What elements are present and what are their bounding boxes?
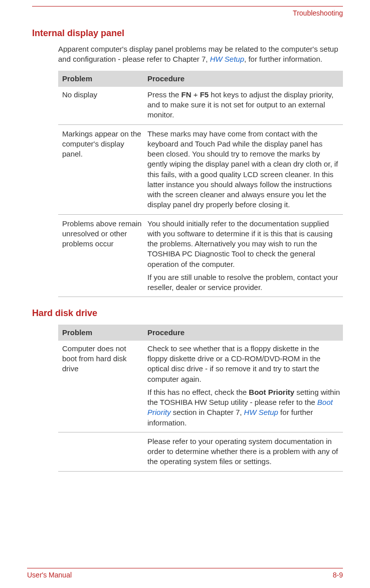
procedure-cell: These marks may have come from contact w…: [145, 126, 343, 213]
intro-text-b: , for further information.: [244, 55, 322, 63]
col-header-problem: Problem: [58, 71, 145, 87]
proc-text: +: [192, 90, 200, 99]
row-divider: [58, 471, 343, 472]
key-fn: FN: [181, 90, 192, 99]
procedure-cell: Press the FN + F5 hot keys to adjust the…: [145, 87, 343, 123]
footer-left: User's Manual: [27, 570, 72, 580]
col-header-procedure: Procedure: [145, 71, 343, 87]
proc-para: If you are still unable to resolve the p…: [147, 272, 341, 293]
col-header-procedure: Procedure: [145, 325, 343, 341]
table-row: Problems above remain unresolved or othe…: [58, 216, 343, 296]
proc-text: section in Chapter 7,: [171, 408, 244, 416]
table-row: Please refer to your operating system do…: [58, 433, 343, 470]
row-divider: [58, 432, 343, 432]
proc-text: Press the: [147, 90, 181, 99]
proc-para: Check to see whether that is a floppy di…: [147, 344, 341, 384]
col-header-problem: Problem: [58, 325, 145, 341]
table-hard-disk: Problem Procedure Computer does not boot…: [58, 325, 343, 472]
procedure-cell: You should initially refer to the docume…: [145, 216, 343, 296]
table-row: Computer does not boot from hard disk dr…: [58, 341, 343, 431]
table-header-row: Problem Procedure: [58, 71, 343, 87]
table-row: No display Press the FN + F5 hot keys to…: [58, 87, 343, 123]
problem-cell: Computer does not boot from hard disk dr…: [58, 341, 145, 431]
proc-para: If this has no effect, check the Boot Pr…: [147, 387, 341, 428]
top-rule: [32, 6, 343, 7]
page-footer: User's Manual 8-9: [27, 568, 343, 580]
footer-rule: [27, 568, 343, 568]
row-divider: [58, 297, 343, 297]
problem-cell-empty: [58, 433, 145, 470]
link-hw-setup[interactable]: HW Setup: [244, 408, 278, 416]
table-row: Markings appear on the computer's displa…: [58, 126, 343, 213]
section-heading-hard-disk: Hard disk drive: [32, 307, 343, 319]
table-header-row: Problem Procedure: [58, 325, 343, 341]
proc-para: You should initially refer to the docume…: [147, 219, 341, 269]
problem-cell: Problems above remain unresolved or othe…: [58, 216, 145, 296]
running-header: Troubleshooting: [32, 9, 343, 18]
link-hw-setup[interactable]: HW Setup: [210, 55, 244, 63]
key-f5: F5: [200, 90, 209, 99]
row-divider: [58, 124, 343, 125]
footer-right: 8-9: [333, 570, 343, 580]
proc-text: If this has no effect, check the: [147, 388, 249, 396]
section-heading-display-panel: Internal display panel: [32, 27, 343, 39]
procedure-cell: Please refer to your operating system do…: [145, 433, 343, 470]
bold-boot-priority: Boot Priority: [249, 388, 294, 396]
table-display-panel: Problem Procedure No display Press the F…: [58, 71, 343, 298]
row-divider: [58, 214, 343, 215]
problem-cell: Markings appear on the computer's displa…: [58, 126, 145, 213]
procedure-cell: Check to see whether that is a floppy di…: [145, 341, 343, 431]
intro-paragraph: Apparent computer's display panel proble…: [58, 44, 343, 65]
problem-cell: No display: [58, 87, 145, 123]
